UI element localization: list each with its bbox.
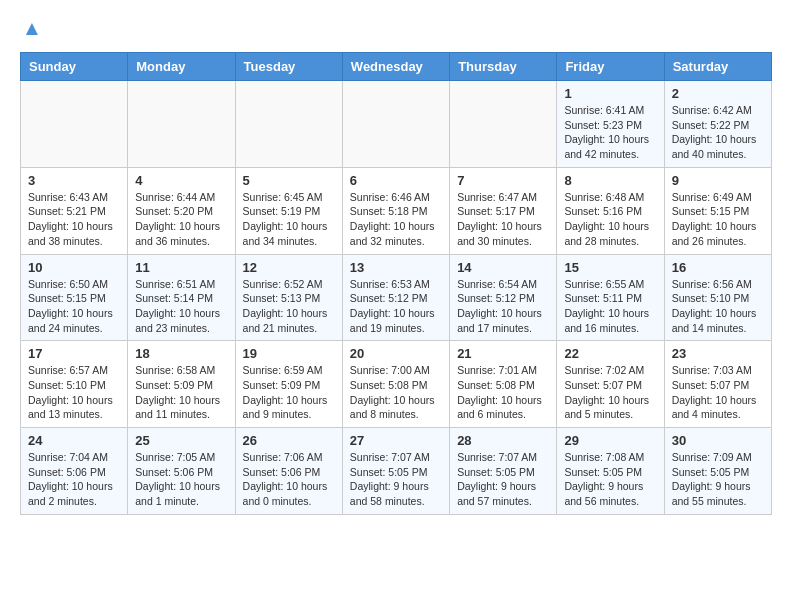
day-info: Sunrise: 6:49 AM Sunset: 5:15 PM Dayligh… [672,190,764,249]
day-cell: 25Sunrise: 7:05 AM Sunset: 5:06 PM Dayli… [128,428,235,515]
day-info: Sunrise: 6:56 AM Sunset: 5:10 PM Dayligh… [672,277,764,336]
day-cell: 21Sunrise: 7:01 AM Sunset: 5:08 PM Dayli… [450,341,557,428]
week-row: 10Sunrise: 6:50 AM Sunset: 5:15 PM Dayli… [21,254,772,341]
day-info: Sunrise: 6:50 AM Sunset: 5:15 PM Dayligh… [28,277,120,336]
week-row: 24Sunrise: 7:04 AM Sunset: 5:06 PM Dayli… [21,428,772,515]
day-info: Sunrise: 6:45 AM Sunset: 5:19 PM Dayligh… [243,190,335,249]
day-cell: 3Sunrise: 6:43 AM Sunset: 5:21 PM Daylig… [21,167,128,254]
day-number: 12 [243,260,335,275]
day-info: Sunrise: 6:55 AM Sunset: 5:11 PM Dayligh… [564,277,656,336]
day-info: Sunrise: 7:01 AM Sunset: 5:08 PM Dayligh… [457,363,549,422]
day-cell: 15Sunrise: 6:55 AM Sunset: 5:11 PM Dayli… [557,254,664,341]
day-cell: 1Sunrise: 6:41 AM Sunset: 5:23 PM Daylig… [557,81,664,168]
day-cell: 13Sunrise: 6:53 AM Sunset: 5:12 PM Dayli… [342,254,449,341]
day-info: Sunrise: 6:59 AM Sunset: 5:09 PM Dayligh… [243,363,335,422]
day-cell: 20Sunrise: 7:00 AM Sunset: 5:08 PM Dayli… [342,341,449,428]
day-cell [21,81,128,168]
day-number: 29 [564,433,656,448]
day-info: Sunrise: 6:44 AM Sunset: 5:20 PM Dayligh… [135,190,227,249]
day-cell: 14Sunrise: 6:54 AM Sunset: 5:12 PM Dayli… [450,254,557,341]
day-number: 28 [457,433,549,448]
day-info: Sunrise: 6:41 AM Sunset: 5:23 PM Dayligh… [564,103,656,162]
day-cell: 18Sunrise: 6:58 AM Sunset: 5:09 PM Dayli… [128,341,235,428]
day-number: 2 [672,86,764,101]
day-info: Sunrise: 6:48 AM Sunset: 5:16 PM Dayligh… [564,190,656,249]
col-header-thursday: Thursday [450,53,557,81]
logo-icon: ▲ [20,16,48,44]
calendar-container: ▲ SundayMondayTuesdayWednesdayThursdayFr… [0,0,792,531]
col-header-saturday: Saturday [664,53,771,81]
day-cell: 7Sunrise: 6:47 AM Sunset: 5:17 PM Daylig… [450,167,557,254]
day-info: Sunrise: 6:42 AM Sunset: 5:22 PM Dayligh… [672,103,764,162]
day-cell: 5Sunrise: 6:45 AM Sunset: 5:19 PM Daylig… [235,167,342,254]
day-info: Sunrise: 6:51 AM Sunset: 5:14 PM Dayligh… [135,277,227,336]
day-number: 4 [135,173,227,188]
day-cell [235,81,342,168]
day-info: Sunrise: 6:58 AM Sunset: 5:09 PM Dayligh… [135,363,227,422]
day-number: 22 [564,346,656,361]
day-info: Sunrise: 6:54 AM Sunset: 5:12 PM Dayligh… [457,277,549,336]
col-header-tuesday: Tuesday [235,53,342,81]
day-info: Sunrise: 7:04 AM Sunset: 5:06 PM Dayligh… [28,450,120,509]
day-info: Sunrise: 7:02 AM Sunset: 5:07 PM Dayligh… [564,363,656,422]
day-number: 15 [564,260,656,275]
week-row: 17Sunrise: 6:57 AM Sunset: 5:10 PM Dayli… [21,341,772,428]
day-cell: 6Sunrise: 6:46 AM Sunset: 5:18 PM Daylig… [342,167,449,254]
day-number: 27 [350,433,442,448]
day-info: Sunrise: 7:09 AM Sunset: 5:05 PM Dayligh… [672,450,764,509]
day-cell: 23Sunrise: 7:03 AM Sunset: 5:07 PM Dayli… [664,341,771,428]
day-number: 23 [672,346,764,361]
day-info: Sunrise: 7:05 AM Sunset: 5:06 PM Dayligh… [135,450,227,509]
day-cell: 4Sunrise: 6:44 AM Sunset: 5:20 PM Daylig… [128,167,235,254]
day-number: 30 [672,433,764,448]
day-info: Sunrise: 7:06 AM Sunset: 5:06 PM Dayligh… [243,450,335,509]
day-cell: 29Sunrise: 7:08 AM Sunset: 5:05 PM Dayli… [557,428,664,515]
day-number: 11 [135,260,227,275]
logo: ▲ [20,16,52,44]
day-info: Sunrise: 6:47 AM Sunset: 5:17 PM Dayligh… [457,190,549,249]
day-cell: 11Sunrise: 6:51 AM Sunset: 5:14 PM Dayli… [128,254,235,341]
day-info: Sunrise: 7:07 AM Sunset: 5:05 PM Dayligh… [350,450,442,509]
day-cell: 10Sunrise: 6:50 AM Sunset: 5:15 PM Dayli… [21,254,128,341]
day-cell: 26Sunrise: 7:06 AM Sunset: 5:06 PM Dayli… [235,428,342,515]
day-info: Sunrise: 7:07 AM Sunset: 5:05 PM Dayligh… [457,450,549,509]
day-info: Sunrise: 6:46 AM Sunset: 5:18 PM Dayligh… [350,190,442,249]
day-cell: 27Sunrise: 7:07 AM Sunset: 5:05 PM Dayli… [342,428,449,515]
day-number: 3 [28,173,120,188]
day-cell: 28Sunrise: 7:07 AM Sunset: 5:05 PM Dayli… [450,428,557,515]
day-number: 9 [672,173,764,188]
day-cell [450,81,557,168]
day-cell: 30Sunrise: 7:09 AM Sunset: 5:05 PM Dayli… [664,428,771,515]
day-cell: 19Sunrise: 6:59 AM Sunset: 5:09 PM Dayli… [235,341,342,428]
day-info: Sunrise: 7:08 AM Sunset: 5:05 PM Dayligh… [564,450,656,509]
day-cell: 22Sunrise: 7:02 AM Sunset: 5:07 PM Dayli… [557,341,664,428]
day-number: 16 [672,260,764,275]
col-header-monday: Monday [128,53,235,81]
day-cell: 24Sunrise: 7:04 AM Sunset: 5:06 PM Dayli… [21,428,128,515]
day-number: 17 [28,346,120,361]
week-row: 3Sunrise: 6:43 AM Sunset: 5:21 PM Daylig… [21,167,772,254]
col-header-wednesday: Wednesday [342,53,449,81]
day-info: Sunrise: 7:03 AM Sunset: 5:07 PM Dayligh… [672,363,764,422]
day-number: 8 [564,173,656,188]
day-info: Sunrise: 6:53 AM Sunset: 5:12 PM Dayligh… [350,277,442,336]
day-info: Sunrise: 7:00 AM Sunset: 5:08 PM Dayligh… [350,363,442,422]
day-number: 21 [457,346,549,361]
svg-text:▲: ▲ [22,16,42,39]
week-row: 1Sunrise: 6:41 AM Sunset: 5:23 PM Daylig… [21,81,772,168]
day-number: 20 [350,346,442,361]
day-cell [342,81,449,168]
day-info: Sunrise: 6:52 AM Sunset: 5:13 PM Dayligh… [243,277,335,336]
day-cell: 9Sunrise: 6:49 AM Sunset: 5:15 PM Daylig… [664,167,771,254]
day-number: 13 [350,260,442,275]
calendar-body: 1Sunrise: 6:41 AM Sunset: 5:23 PM Daylig… [21,81,772,515]
header: ▲ [20,16,772,44]
day-number: 25 [135,433,227,448]
day-number: 5 [243,173,335,188]
day-number: 14 [457,260,549,275]
day-cell: 12Sunrise: 6:52 AM Sunset: 5:13 PM Dayli… [235,254,342,341]
day-info: Sunrise: 6:43 AM Sunset: 5:21 PM Dayligh… [28,190,120,249]
day-number: 6 [350,173,442,188]
day-cell: 2Sunrise: 6:42 AM Sunset: 5:22 PM Daylig… [664,81,771,168]
day-number: 26 [243,433,335,448]
